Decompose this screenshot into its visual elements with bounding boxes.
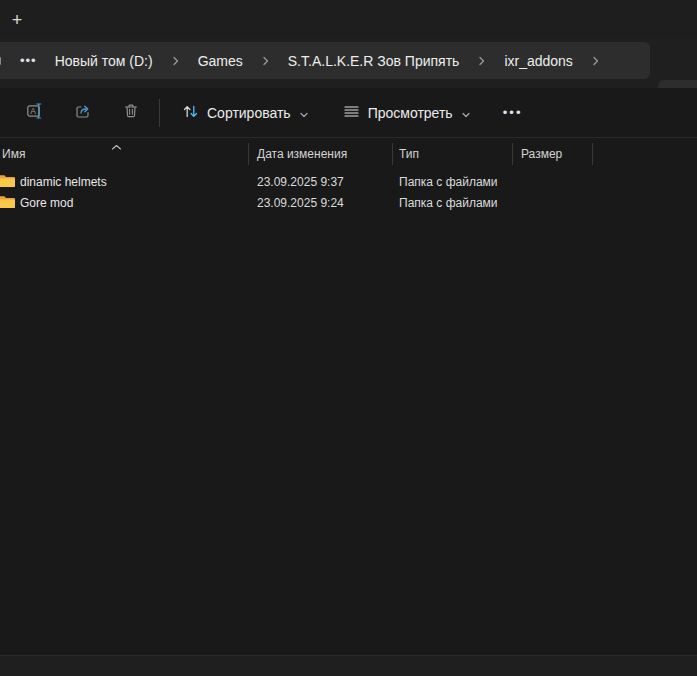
- column-header-row: Имя Дата изменения Тип Размер: [0, 140, 697, 167]
- file-type: Папка с файлами: [399, 175, 498, 189]
- column-separator[interactable]: [248, 143, 249, 165]
- chevron-down-icon: [299, 106, 309, 122]
- file-modified: 23.09.2025 9:37: [257, 175, 344, 189]
- file-row[interactable]: Gore mod 23.09.2025 9:24 Папка с файлами: [0, 192, 697, 213]
- rename-icon: A: [26, 102, 44, 123]
- column-header-modified[interactable]: Дата изменения: [257, 147, 347, 161]
- file-type: Папка с файлами: [399, 196, 498, 210]
- share-icon: [74, 102, 92, 123]
- column-separator[interactable]: [592, 143, 593, 165]
- new-tab-button[interactable]: +: [5, 8, 29, 31]
- column-header-type[interactable]: Тип: [399, 147, 419, 161]
- view-button-label: Просмотреть: [368, 105, 453, 121]
- clipped-nav-icon: [0, 57, 1, 65]
- column-separator[interactable]: [512, 143, 513, 165]
- sort-button[interactable]: Сортировать: [172, 97, 319, 129]
- trash-icon: [122, 102, 140, 123]
- breadcrumb-stalker[interactable]: S.T.A.L.K.E.R Зов Припять: [276, 47, 472, 75]
- tab-bar: +: [0, 0, 697, 38]
- chevron-right-icon[interactable]: [259, 52, 272, 70]
- sort-arrows-icon: [182, 103, 199, 123]
- chevron-down-icon: [461, 106, 471, 122]
- status-bar: [0, 655, 697, 676]
- share-button[interactable]: [67, 97, 99, 129]
- chevron-right-icon[interactable]: [169, 52, 182, 70]
- toolbar-separator: [159, 99, 160, 127]
- chevron-right-icon[interactable]: [475, 52, 488, 70]
- view-list-icon: [343, 103, 360, 123]
- file-row[interactable]: dinamic helmets 23.09.2025 9:37 Папка с …: [0, 171, 697, 192]
- file-explorer-window: { "tab_bar": { "new_tab_label": "+" }, "…: [0, 0, 697, 676]
- address-bar[interactable]: ••• Новый том (D:) Games S.T.A.L.K.E.R З…: [0, 42, 650, 79]
- breadcrumb-ixr-addons[interactable]: ixr_addons: [492, 47, 585, 75]
- column-header-size[interactable]: Размер: [521, 147, 562, 161]
- chevron-right-icon[interactable]: [589, 52, 602, 70]
- address-bar-row: ••• Новый том (D:) Games S.T.A.L.K.E.R З…: [0, 38, 697, 88]
- folder-icon: [0, 174, 15, 192]
- command-bar: A: [0, 88, 697, 138]
- file-name[interactable]: Gore mod: [20, 196, 73, 210]
- folder-icon: [0, 195, 15, 213]
- breadcrumb-games[interactable]: Games: [186, 47, 255, 75]
- sort-button-label: Сортировать: [207, 105, 291, 121]
- svg-text:A: A: [30, 106, 36, 116]
- file-modified: 23.09.2025 9:24: [257, 196, 344, 210]
- breadcrumb-overflow-button[interactable]: •••: [14, 49, 43, 72]
- ellipsis-icon: •••: [503, 105, 523, 120]
- rename-button[interactable]: A: [19, 97, 51, 129]
- sort-ascending-caret-icon: [111, 140, 122, 154]
- column-separator[interactable]: [392, 143, 393, 165]
- view-button[interactable]: Просмотреть: [333, 97, 481, 129]
- plus-icon: +: [12, 11, 23, 29]
- file-list: dinamic helmets 23.09.2025 9:37 Папка с …: [0, 168, 697, 213]
- breadcrumb-drive[interactable]: Новый том (D:): [43, 47, 165, 75]
- see-more-button[interactable]: •••: [495, 97, 531, 129]
- delete-button[interactable]: [115, 97, 147, 129]
- column-header-name[interactable]: Имя: [2, 147, 25, 161]
- file-name[interactable]: dinamic helmets: [20, 175, 107, 189]
